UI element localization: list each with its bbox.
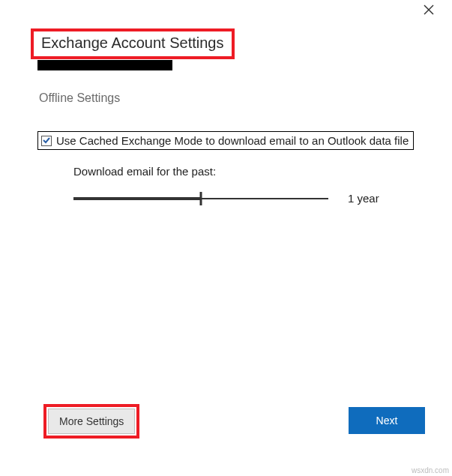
redacted-email [37, 60, 172, 70]
download-duration-slider[interactable] [73, 197, 328, 200]
close-icon [424, 4, 434, 18]
cached-mode-checkbox[interactable] [41, 136, 52, 146]
cached-mode-row: Use Cached Exchange Mode to download ema… [37, 131, 414, 150]
next-button[interactable]: Next [349, 407, 425, 434]
slider-thumb[interactable] [200, 192, 202, 205]
download-duration-slider-wrap: 1 year [73, 192, 403, 205]
close-button[interactable] [422, 4, 436, 18]
download-duration-label: Download email for the past: [73, 165, 216, 178]
cached-mode-label: Use Cached Exchange Mode to download ema… [56, 134, 409, 147]
title-highlight: Exchange Account Settings [31, 28, 235, 59]
more-settings-button[interactable]: More Settings [48, 409, 135, 434]
exchange-account-settings-dialog: Exchange Account Settings Offline Settin… [0, 0, 452, 476]
more-settings-highlight: More Settings [43, 404, 139, 439]
watermark: wsxdn.com [412, 466, 449, 475]
slider-value-label: 1 year [348, 192, 379, 205]
slider-filled-line [73, 197, 201, 200]
dialog-title: Exchange Account Settings [41, 34, 224, 52]
offline-settings-heading: Offline Settings [39, 91, 120, 105]
checkmark-icon [42, 134, 51, 148]
